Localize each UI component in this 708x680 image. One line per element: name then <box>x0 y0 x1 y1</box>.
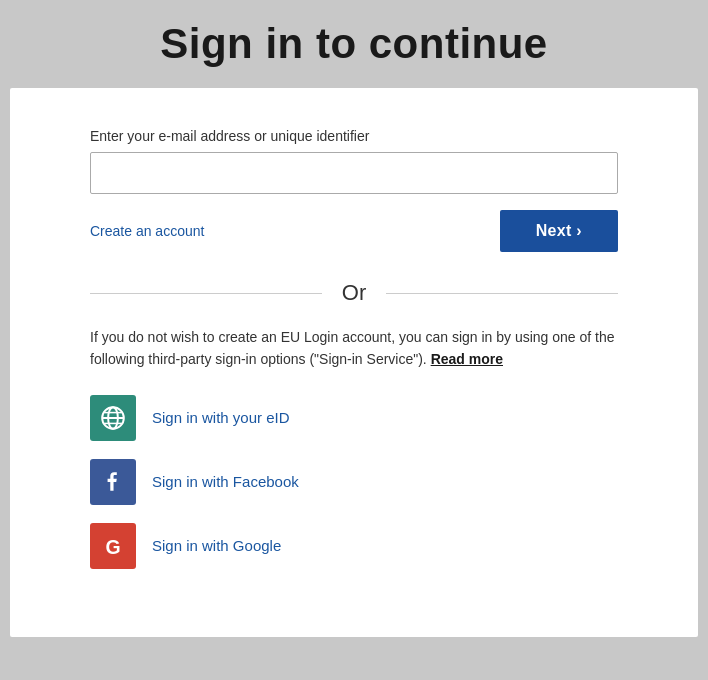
divider-line-right <box>386 293 618 294</box>
read-more-link[interactable]: Read more <box>431 351 503 367</box>
sign-in-facebook-option[interactable]: Sign in with Facebook <box>90 459 618 505</box>
sign-in-card: Enter your e-mail address or unique iden… <box>10 88 698 637</box>
facebook-label: Sign in with Facebook <box>152 473 299 490</box>
google-icon: G <box>90 523 136 569</box>
page-header: Sign in to continue <box>0 0 708 88</box>
divider-text: Or <box>322 280 386 306</box>
third-party-description: If you do not wish to create an EU Login… <box>90 326 618 371</box>
form-actions: Create an account Next › <box>90 210 618 252</box>
or-divider: Or <box>90 280 618 306</box>
google-g-icon: G <box>100 533 126 559</box>
create-account-link[interactable]: Create an account <box>90 223 204 239</box>
next-button[interactable]: Next › <box>500 210 618 252</box>
facebook-f-icon <box>100 469 126 495</box>
facebook-icon <box>90 459 136 505</box>
page-title: Sign in to continue <box>40 20 668 68</box>
google-label: Sign in with Google <box>152 537 281 554</box>
svg-text:G: G <box>105 535 120 557</box>
email-input[interactable] <box>90 152 618 194</box>
globe-icon <box>100 405 126 431</box>
email-label: Enter your e-mail address or unique iden… <box>90 128 618 144</box>
eid-icon <box>90 395 136 441</box>
divider-line-left <box>90 293 322 294</box>
sign-in-google-option[interactable]: G Sign in with Google <box>90 523 618 569</box>
eid-label: Sign in with your eID <box>152 409 290 426</box>
sign-in-eid-option[interactable]: Sign in with your eID <box>90 395 618 441</box>
